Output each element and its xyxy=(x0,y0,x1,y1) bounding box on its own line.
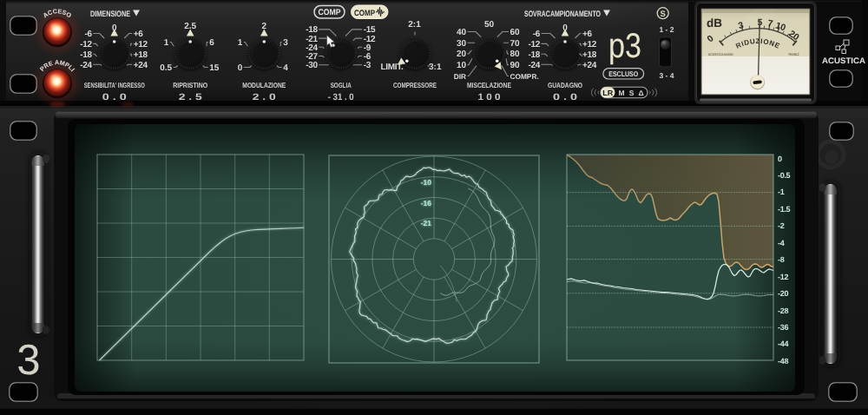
svg-text:ACUSTICA: ACUSTICA xyxy=(822,56,865,66)
svg-text:+24: +24 xyxy=(582,61,597,70)
svg-text:3: 3 xyxy=(283,38,288,48)
svg-text:GUADAGNO: GUADAGNO xyxy=(548,81,582,89)
svg-text:LIMIT.: LIMIT. xyxy=(381,63,404,72)
svg-text:2: 2 xyxy=(262,22,267,31)
svg-text:+12: +12 xyxy=(134,40,148,49)
svg-text:COMP: COMP xyxy=(319,8,342,17)
svg-text:-6: -6 xyxy=(84,30,92,39)
svg-text:1 0 0: 1 0 0 xyxy=(478,92,501,102)
svg-text:6: 6 xyxy=(209,38,214,48)
svg-text:MODULAZIONE: MODULAZIONE xyxy=(242,81,286,89)
svg-text:DIMENSIONE: DIMENSIONE xyxy=(90,10,130,19)
svg-text:-4: -4 xyxy=(778,239,785,247)
svg-text:ESCLUSO: ESCLUSO xyxy=(608,69,638,78)
svg-text:-48: -48 xyxy=(778,357,788,366)
svg-text:50: 50 xyxy=(484,20,495,30)
svg-text:MISCELAZIONE: MISCELAZIONE xyxy=(467,81,511,89)
svg-text:M: M xyxy=(618,89,624,97)
svg-text:30: 30 xyxy=(457,39,467,49)
svg-text:1: 1 xyxy=(238,38,243,48)
svg-text:+24: +24 xyxy=(134,61,148,70)
svg-text:15: 15 xyxy=(209,63,220,73)
svg-text:-2: -2 xyxy=(778,221,785,230)
svg-text:Δ: Δ xyxy=(638,89,643,97)
svg-text:3 - 4: 3 - 4 xyxy=(659,71,674,80)
svg-text:-18: -18 xyxy=(80,50,92,60)
svg-text:0 . 0: 0 . 0 xyxy=(102,92,127,102)
svg-text:40: 40 xyxy=(457,28,467,37)
svg-text:S: S xyxy=(629,89,635,97)
svg-text:COMPR.: COMPR. xyxy=(510,72,539,81)
svg-text:-21: -21 xyxy=(421,219,432,227)
svg-text:70: 70 xyxy=(510,39,521,49)
svg-text:S: S xyxy=(661,10,666,19)
svg-text:-30: -30 xyxy=(306,61,318,70)
svg-text:SOGLIA: SOGLIA xyxy=(331,81,352,89)
svg-text:10: 10 xyxy=(457,61,467,70)
svg-text:-18: -18 xyxy=(528,50,540,60)
svg-text:2 . 0: 2 . 0 xyxy=(253,92,276,102)
svg-text:LR: LR xyxy=(602,89,614,97)
svg-text:20: 20 xyxy=(457,49,467,59)
svg-text:DIR: DIR xyxy=(454,72,466,81)
svg-text:-28: -28 xyxy=(778,306,788,315)
svg-text:+6: +6 xyxy=(582,30,593,39)
svg-text:-36: -36 xyxy=(778,323,788,332)
svg-text:60: 60 xyxy=(510,28,521,37)
svg-text:-10: -10 xyxy=(421,178,432,187)
svg-text:0: 0 xyxy=(112,23,117,33)
svg-text:0 . 0: 0 . 0 xyxy=(553,92,577,102)
svg-text:0: 0 xyxy=(778,155,782,163)
svg-text:-12: -12 xyxy=(80,40,92,49)
svg-text:+6: +6 xyxy=(134,30,144,39)
svg-text:1: 1 xyxy=(164,38,169,48)
svg-text:0: 0 xyxy=(238,63,243,73)
svg-text:-12: -12 xyxy=(528,40,540,49)
svg-text:RIPRISTINO: RIPRISTINO xyxy=(173,81,207,89)
svg-text:-16: -16 xyxy=(421,199,432,208)
svg-text:1 - 2: 1 - 2 xyxy=(659,25,674,34)
svg-text:90: 90 xyxy=(510,61,521,70)
svg-text:-1.5: -1.5 xyxy=(778,205,791,214)
svg-text:COMP: COMP xyxy=(354,9,376,18)
svg-text:-44: -44 xyxy=(778,339,788,348)
svg-text:0: 0 xyxy=(562,23,568,33)
svg-text:-20: -20 xyxy=(778,289,788,298)
svg-text:0.5: 0.5 xyxy=(160,63,172,73)
svg-text:PEARL2: PEARL2 xyxy=(788,52,799,56)
svg-text:-6: -6 xyxy=(533,30,541,39)
svg-text:+18: +18 xyxy=(582,50,597,60)
svg-text:-24: -24 xyxy=(528,61,540,70)
svg-text:-1: -1 xyxy=(778,188,785,196)
svg-text:2.5: 2.5 xyxy=(184,22,196,31)
svg-text:80: 80 xyxy=(510,49,521,59)
svg-text:2:1: 2:1 xyxy=(408,20,421,30)
svg-text:4: 4 xyxy=(283,63,288,73)
svg-text:- 31 . 0: - 31 . 0 xyxy=(328,92,354,102)
svg-text:SENSIBILITA' INGRESSO: SENSIBILITA' INGRESSO xyxy=(84,81,145,89)
svg-text:3: 3 xyxy=(16,337,40,384)
svg-text:+12: +12 xyxy=(582,40,597,49)
svg-text:SOVRACAMPIONAMENTO: SOVRACAMPIONAMENTO xyxy=(524,10,601,19)
svg-text:-8: -8 xyxy=(778,255,785,264)
svg-text:COMPRESSORE: COMPRESSORE xyxy=(393,81,437,89)
svg-text:+18: +18 xyxy=(134,50,148,60)
svg-text:-0.5: -0.5 xyxy=(778,171,791,180)
svg-text:dB: dB xyxy=(707,16,722,30)
svg-text:p3: p3 xyxy=(608,27,641,65)
svg-text:-12: -12 xyxy=(778,273,788,281)
svg-text:-3: -3 xyxy=(364,61,372,70)
svg-text:-24: -24 xyxy=(80,61,92,70)
svg-text:2 . 5: 2 . 5 xyxy=(179,92,202,102)
svg-text:3:1: 3:1 xyxy=(429,63,442,72)
